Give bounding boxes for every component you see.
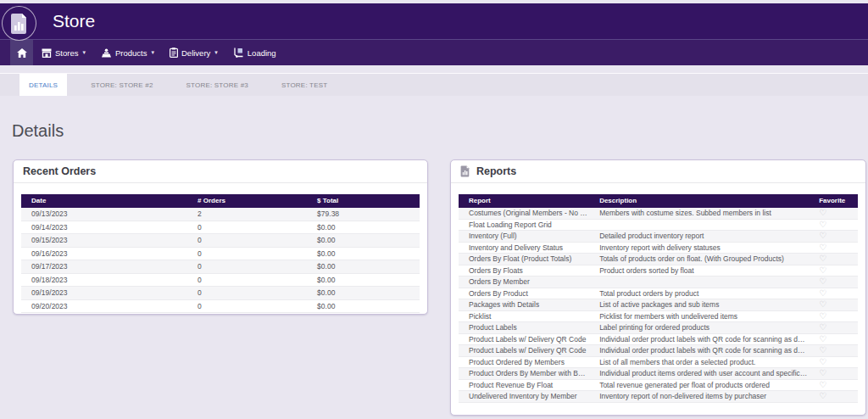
heart-outline-icon[interactable]: ♡: [819, 254, 826, 263]
report-name-cell[interactable]: Inventory (Full): [459, 231, 594, 243]
heart-outline-icon[interactable]: ♡: [819, 381, 826, 389]
table-row: Product Revenue By FloatTotal revenue ge…: [459, 379, 858, 391]
clipboard-icon: [170, 47, 178, 58]
heart-outline-icon[interactable]: ♡: [819, 289, 826, 298]
table-row: Inventory (Full)Detailed product invento…: [459, 231, 858, 243]
table-row: Orders By Member♡: [459, 277, 858, 288]
favorite-cell: ♡: [814, 322, 858, 334]
report-name-cell[interactable]: Packages with Details: [459, 299, 594, 311]
report-name-cell[interactable]: Product Ordered By Members: [459, 356, 594, 368]
nav-home-button[interactable]: [10, 40, 33, 65]
recent-orders-panel: Recent Orders Date # Orders $ Total 09/1…: [13, 159, 428, 315]
report-name-cell[interactable]: Orders By Member: [459, 277, 594, 288]
table-row: 09/18/20230$0.00: [21, 273, 420, 287]
heart-outline-icon[interactable]: ♡: [819, 346, 826, 355]
favorite-cell: ♡: [814, 310, 858, 322]
table-row: Product Orders By Member with BalanceInd…: [459, 368, 858, 380]
report-name-cell[interactable]: Orders By Floats: [459, 265, 594, 277]
report-description-cell: List of active packages and sub items: [594, 299, 814, 311]
favorite-cell: ♡: [814, 356, 858, 368]
favorite-cell: ♡: [814, 391, 858, 403]
table-cell: $0.00: [312, 234, 420, 248]
favorite-cell: ♡: [814, 265, 858, 277]
heart-outline-icon[interactable]: ♡: [819, 266, 826, 275]
page-heading: Details: [12, 121, 868, 141]
report-name-cell[interactable]: Product Labels w/ Delivery QR Code: [459, 345, 594, 357]
table-row: Costumes (Original Members - No Subs)Mem…: [459, 208, 858, 219]
report-name-cell[interactable]: Undelivered Inventory by Member: [459, 391, 594, 403]
tab-store-3[interactable]: STORE: STORE #3: [177, 74, 258, 96]
report-name-cell[interactable]: Orders By Float (Product Totals): [459, 254, 594, 265]
table-row: Inventory and Delivery StatusInventory r…: [459, 242, 858, 254]
heart-outline-icon[interactable]: ♡: [819, 392, 826, 400]
report-description-cell: Individual order product labels with QR …: [594, 333, 814, 345]
recent-orders-table: Date # Orders $ Total 09/13/20232$79.380…: [21, 194, 420, 313]
heart-outline-icon[interactable]: ♡: [819, 335, 826, 344]
table-cell: 09/14/2023: [21, 221, 192, 234]
heart-outline-icon[interactable]: ♡: [819, 232, 826, 240]
heart-outline-icon[interactable]: ♡: [819, 300, 826, 309]
report-name-cell[interactable]: Float Loading Report Grid: [459, 219, 594, 231]
products-icon: [101, 48, 112, 58]
table-cell: 0: [192, 299, 312, 313]
nav-item-delivery[interactable]: Delivery ▾: [170, 47, 218, 58]
report-name-cell[interactable]: Costumes (Original Members - No Subs): [459, 208, 594, 219]
heart-outline-icon[interactable]: ♡: [819, 277, 826, 286]
table-row: 09/16/20230$0.00: [21, 247, 420, 260]
report-description-cell: Members with costume sizes. Subbed membe…: [594, 208, 814, 219]
report-description-cell: Individual product items ordered with us…: [594, 368, 814, 380]
table-cell: 09/17/2023: [21, 260, 192, 274]
table-row: Undelivered Inventory by MemberInventory…: [459, 391, 858, 403]
table-cell: 09/18/2023: [21, 273, 192, 287]
nav-item-stores[interactable]: Stores ▾: [42, 48, 86, 58]
table-row: Float Loading Report Grid♡: [459, 219, 858, 231]
table-row: Product LabelsLabel printing for ordered…: [459, 322, 858, 334]
report-name-cell[interactable]: Inventory and Delivery Status: [459, 242, 594, 254]
heart-outline-icon[interactable]: ♡: [819, 209, 826, 217]
store-tabs: DETAILS STORE: STORE #2 STORE: STORE #3 …: [0, 73, 868, 96]
heart-outline-icon[interactable]: ♡: [819, 358, 826, 366]
column-header-description: Description: [594, 194, 814, 208]
heart-outline-icon[interactable]: ♡: [819, 369, 826, 377]
table-cell: $0.00: [312, 299, 420, 313]
nav-item-products[interactable]: Products ▾: [101, 48, 154, 58]
table-row: PicklistPicklist for members with undeli…: [459, 310, 858, 322]
table-cell: $0.00: [312, 260, 420, 274]
app-header: Store: [0, 3, 868, 39]
page-title: Store: [53, 3, 95, 39]
heart-outline-icon[interactable]: ♡: [819, 243, 826, 252]
favorite-cell: ♡: [814, 242, 858, 254]
column-header-orders: # Orders: [192, 194, 312, 208]
report-name-cell[interactable]: Product Labels w/ Delivery QR Code: [459, 333, 594, 345]
nav-item-label: Loading: [248, 48, 276, 58]
favorite-cell: ♡: [814, 254, 858, 265]
table-row: Orders By Float (Product Totals)Totals o…: [459, 254, 858, 265]
nav-item-label: Delivery: [181, 48, 210, 58]
table-row: 09/20/20230$0.00: [21, 299, 420, 313]
handtruck-icon: [233, 47, 244, 58]
report-description-cell: Detailed product inventory report: [594, 231, 814, 243]
report-name-cell[interactable]: Picklist: [459, 310, 594, 322]
reports-title: Reports: [476, 165, 516, 177]
report-name-cell[interactable]: Orders By Product: [459, 288, 594, 299]
app-logo[interactable]: [2, 6, 36, 41]
heart-outline-icon[interactable]: ♡: [819, 323, 826, 332]
column-header-favorite: Favorite: [814, 194, 858, 208]
heart-outline-icon[interactable]: ♡: [819, 221, 826, 229]
tab-details[interactable]: DETAILS: [19, 74, 67, 96]
table-cell: $79.38: [312, 208, 420, 221]
report-name-cell[interactable]: Product Labels: [459, 322, 594, 334]
nav-items: Stores ▾ Products ▾: [42, 40, 276, 65]
report-name-cell[interactable]: Product Revenue By Float: [459, 379, 594, 391]
heart-outline-icon[interactable]: ♡: [819, 312, 826, 321]
report-description-cell: [594, 219, 814, 231]
table-cell: 09/15/2023: [21, 234, 192, 248]
chevron-down-icon: ▾: [151, 49, 154, 56]
nav-item-loading[interactable]: Loading: [233, 47, 276, 58]
chevron-down-icon: ▾: [82, 49, 86, 56]
tab-store-2[interactable]: STORE: STORE #2: [81, 74, 162, 96]
report-name-cell[interactable]: Product Orders By Member with Balance: [459, 368, 594, 380]
tab-store-test[interactable]: STORE: TEST: [272, 74, 337, 96]
table-row: 09/17/20230$0.00: [21, 260, 420, 274]
table-cell: 09/20/2023: [21, 299, 192, 313]
